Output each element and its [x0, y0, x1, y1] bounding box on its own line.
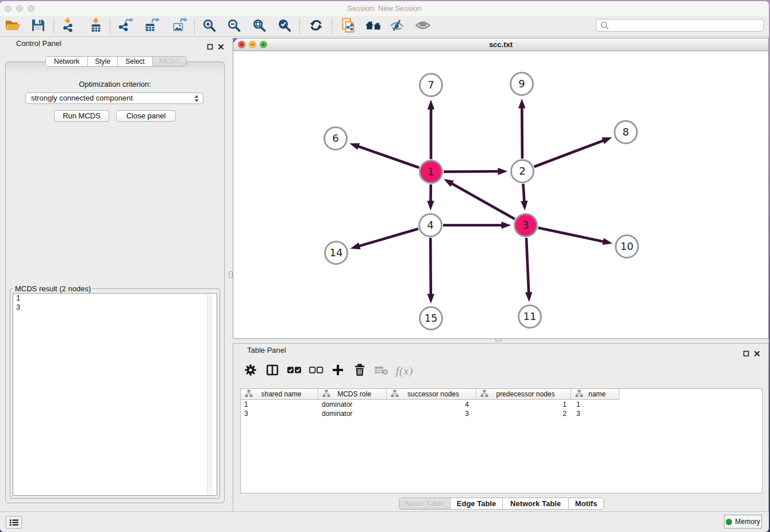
column-header-successor-nodes[interactable]: successor nodes [387, 389, 476, 400]
table-tab-edge-table[interactable]: Edge Table [451, 498, 503, 509]
task-history-button[interactable] [6, 516, 22, 529]
table-header-row: shared name MCDS role successor nodes pr… [241, 389, 619, 400]
mcds-result-item[interactable]: 3 [13, 303, 217, 312]
svg-text:1: 1 [428, 165, 434, 178]
open-file-button[interactable] [4, 18, 21, 35]
column-header-MCDS-role[interactable]: MCDS role [318, 389, 387, 400]
table-tab-node-table[interactable]: Node Table [399, 498, 451, 509]
toolbar-separator [299, 18, 300, 34]
table-cell[interactable]: 1 [241, 400, 318, 409]
export-network-button[interactable] [118, 18, 133, 35]
main-toolbar [0, 16, 769, 37]
table-tab-network-table[interactable]: Network Table [503, 498, 569, 509]
table-cell[interactable]: 3 [571, 409, 619, 418]
table-cell[interactable]: dominator [318, 400, 387, 409]
dropdown-chevrons-icon [194, 94, 199, 105]
add-icon [331, 369, 345, 379]
table-tab-motifs[interactable]: Motifs [569, 498, 603, 509]
criterion-value: strongly connected component [31, 93, 133, 103]
home-icon [365, 18, 382, 34]
save-session-button[interactable] [30, 18, 45, 35]
control-tab-mcds[interactable]: MCDS [153, 57, 186, 66]
show-view-button[interactable] [415, 20, 431, 33]
table-cell[interactable]: 2 [476, 409, 571, 418]
mcds-result-item[interactable]: 1 [13, 294, 217, 303]
mcds-result-legend: MCDS result (2 nodes) [13, 284, 93, 293]
toolbar-separator [332, 18, 332, 34]
select-all-button[interactable] [287, 365, 302, 377]
table-cell[interactable]: 3 [387, 409, 476, 418]
trash-button[interactable] [353, 363, 367, 380]
hide-view-button[interactable] [389, 18, 405, 34]
close-panel-icon[interactable] [218, 42, 224, 52]
column-label: successor nodes [399, 390, 476, 398]
graph-node-6[interactable]: 6 [325, 128, 347, 150]
add-button[interactable] [331, 363, 345, 379]
export-image-button[interactable] [172, 18, 187, 35]
graph-node-3[interactable]: 3 [515, 214, 537, 237]
table-cell[interactable]: 1 [571, 400, 619, 409]
columns-button[interactable] [265, 363, 279, 379]
graph-node-2[interactable]: 2 [511, 160, 534, 183]
network-canvas[interactable]: 7968124314101511 [233, 51, 768, 338]
import-table-button[interactable] [88, 18, 103, 35]
graph-node-11[interactable]: 11 [519, 306, 541, 328]
graph-node-10[interactable]: 10 [616, 236, 638, 258]
table-cell[interactable]: 1 [476, 400, 571, 409]
control-tab-select[interactable]: Select [118, 57, 153, 66]
zoom-fit-icon [252, 18, 266, 34]
duplicate-network-button[interactable] [341, 17, 356, 36]
column-label: MCDS role [330, 390, 386, 398]
column-header-shared-name[interactable]: shared name [241, 389, 318, 400]
control-tab-network[interactable]: Network [46, 57, 88, 66]
float-panel-icon[interactable] [207, 42, 213, 52]
graph-node-15[interactable]: 15 [420, 307, 442, 330]
network-window-titlebar[interactable]: scc.txt [233, 38, 768, 51]
close-panel-button[interactable]: Close panel [116, 110, 176, 122]
deselect-all-button[interactable] [309, 365, 324, 377]
memory-status-dot [726, 519, 732, 525]
criterion-dropdown[interactable]: strongly connected component [25, 92, 203, 104]
save-session-icon [30, 18, 45, 35]
delete-table-button [374, 364, 389, 378]
import-network-button[interactable] [60, 18, 75, 35]
graph-node-7[interactable]: 7 [420, 74, 442, 97]
mcds-result-list[interactable]: 13 [13, 293, 217, 496]
search-box[interactable] [596, 19, 764, 32]
table-row[interactable]: 3dominator323 [241, 409, 619, 418]
zoom-out-button[interactable] [227, 18, 241, 34]
table-cell[interactable]: dominator [318, 409, 387, 418]
zoom-selected-button[interactable] [278, 18, 291, 34]
memory-button[interactable]: Memory [724, 515, 762, 529]
zoom-in-button[interactable] [202, 18, 216, 34]
export-table-button[interactable] [144, 18, 160, 35]
table-panel: Table Panel f(x) shared name MCDS role [233, 343, 769, 511]
gear-button[interactable] [244, 363, 257, 379]
svg-text:9: 9 [518, 78, 525, 90]
refresh-button[interactable] [309, 18, 324, 35]
vertical-splitter-grip[interactable] [229, 271, 233, 278]
column-type-icon [391, 389, 399, 399]
zoom-fit-button[interactable] [252, 18, 266, 34]
graph-node-4[interactable]: 4 [419, 214, 442, 237]
search-input[interactable] [611, 20, 760, 32]
table-row[interactable]: 1dominator411 [241, 400, 619, 409]
graph-node-8[interactable]: 8 [615, 121, 637, 144]
control-tab-style[interactable]: Style [88, 57, 118, 66]
app-window: Session: New Session [0, 1, 769, 532]
app-titlebar[interactable]: Session: New Session [0, 1, 769, 17]
columns-icon [265, 369, 279, 379]
graph-node-1[interactable]: 1 [420, 161, 442, 183]
graph-node-9[interactable]: 9 [511, 73, 533, 95]
close-panel-icon[interactable] [754, 349, 760, 359]
graph-node-14[interactable]: 14 [325, 242, 348, 264]
table-cell[interactable]: 4 [387, 400, 476, 409]
column-header-predecessor-nodes[interactable]: predecessor nodes [476, 389, 571, 400]
import-table-icon [88, 18, 103, 35]
table-cell[interactable]: 3 [241, 409, 318, 418]
home-button[interactable] [365, 18, 382, 34]
float-panel-icon[interactable] [743, 349, 749, 359]
run-mcds-button[interactable]: Run MCDS [54, 110, 109, 122]
column-header-name[interactable]: name [571, 389, 619, 400]
result-scrollbar-track[interactable] [207, 294, 213, 495]
